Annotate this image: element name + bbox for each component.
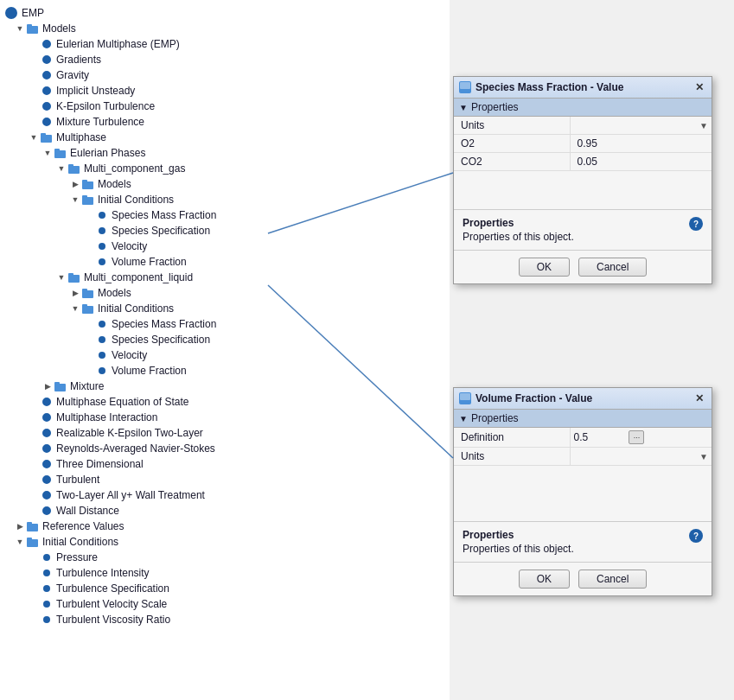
dialog2-help-icon[interactable]: ? xyxy=(689,529,703,543)
tree-item-multiphase[interactable]: ▼ Multiphase xyxy=(0,130,450,145)
dialog2-section-label: Properties xyxy=(471,412,519,424)
dialog2-row-definition: Definition 0.5 ··· xyxy=(454,428,712,448)
dialog1-label-co2: CO2 xyxy=(454,153,570,171)
tree-item-mixture[interactable]: ▶ Mixture xyxy=(0,379,450,394)
tree-item-eulerian-phases[interactable]: ▼ Eulerian Phases xyxy=(0,145,450,161)
tree-item-implicit-unsteady[interactable]: – Implicit Unsteady xyxy=(0,83,450,99)
dialog2-definition-value[interactable]: 0.5 xyxy=(574,431,629,443)
dropdown-arrow-units-2: ▼ xyxy=(699,452,708,461)
folder-icon-multi-comp-liquid xyxy=(67,270,81,284)
label-volume-frac-liquid: Volume Fraction xyxy=(112,365,187,377)
label-reference-values: Reference Values xyxy=(42,520,124,532)
expander-models[interactable]: ▼ xyxy=(14,22,26,35)
dialog1-value-units[interactable]: ▼ xyxy=(570,117,712,135)
tree-item-turbulence-velocity-scale[interactable]: – Turbulent Velocity Scale xyxy=(0,596,450,612)
tree-item-mixture-turbulence[interactable]: – Mixture Turbulence xyxy=(0,114,450,130)
collapse-icon-1[interactable]: ▼ xyxy=(459,103,468,112)
tree-item-gradients[interactable]: – Gradients xyxy=(0,52,450,67)
dialog-volume-fraction: Volume Fraction - Value ✕ ▼ Properties D… xyxy=(453,387,712,596)
dialog-species-mass-fraction: Species Mass Fraction - Value ✕ ▼ Proper… xyxy=(453,76,712,284)
folder-icon-initial-conditions xyxy=(26,535,40,549)
expander-initial-cond-gas[interactable]: ▼ xyxy=(69,194,81,206)
dialog2-ellipsis-button[interactable]: ··· xyxy=(629,430,644,444)
folder-icon-eulerian-phases xyxy=(54,146,67,160)
expander-multi-comp-liquid[interactable]: ▼ xyxy=(55,271,67,283)
expander-models-liquid[interactable]: ▶ xyxy=(69,287,81,299)
dot-icon-turbulence-velocity-scale xyxy=(40,597,54,611)
dialog2-title: Volume Fraction - Value xyxy=(476,392,693,404)
label-initial-cond-gas: Initial Conditions xyxy=(98,194,174,206)
tree-item-models-gas[interactable]: ▶ Models xyxy=(0,176,450,192)
tree-item-velocity-gas[interactable]: – Velocity xyxy=(0,239,450,254)
tree-item-species-mass-frac-gas[interactable]: – Species Mass Fraction xyxy=(0,207,450,223)
expander-multi-comp-gas[interactable]: ▼ xyxy=(55,162,67,175)
label-turbulence-velocity-scale: Turbulent Velocity Scale xyxy=(56,598,167,610)
label-turbulent: Turbulent xyxy=(56,474,99,486)
dialog2-cancel-button[interactable]: Cancel xyxy=(578,570,647,589)
dot-icon-turbulent-viscosity-ratio xyxy=(40,613,54,627)
expander-initial-conditions[interactable]: ▼ xyxy=(14,536,26,548)
svg-rect-11 xyxy=(82,195,87,199)
tree-item-initial-cond-liquid[interactable]: ▼ Initial Conditions xyxy=(0,301,450,316)
dialog1-close-button[interactable]: ✕ xyxy=(693,80,706,94)
dialog2-value-units[interactable]: ▼ xyxy=(570,448,712,466)
label-gradients: Gradients xyxy=(56,54,101,66)
tree-item-initial-cond-gas[interactable]: ▼ Initial Conditions xyxy=(0,192,450,207)
dialog2-close-button[interactable]: ✕ xyxy=(693,391,706,405)
tree-item-turbulence-intensity[interactable]: – Turbulence Intensity xyxy=(0,565,450,581)
dialog1-info-desc: Properties of this object. xyxy=(463,231,684,243)
tree-item-gravity[interactable]: – Gravity xyxy=(0,67,450,83)
tree-item-three-dim[interactable]: – Three Dimensional xyxy=(0,456,450,472)
expander-models-gas[interactable]: ▶ xyxy=(69,178,81,190)
dropdown-arrow-units-1: ▼ xyxy=(699,121,708,130)
tree-item-multi-comp-gas[interactable]: ▼ Multi_component_gas xyxy=(0,161,450,176)
tree-item-realizable[interactable]: – Realizable K-Epsilon Two-Layer xyxy=(0,425,450,441)
folder-icon-reference-values xyxy=(26,519,40,533)
dialog1-value-co2[interactable]: 0.05 xyxy=(570,153,712,171)
tree-item-species-spec-gas[interactable]: – Species Specification xyxy=(0,223,450,239)
expander-mixture[interactable]: ▶ xyxy=(41,380,54,392)
circle-icon-mixture-turb xyxy=(40,115,54,129)
dot-icon-velocity-gas xyxy=(95,239,109,253)
dialog1-info-title: Properties xyxy=(463,217,684,229)
tree-item-species-spec-liquid[interactable]: – Species Specification xyxy=(0,332,450,347)
tree-item-volume-frac-gas[interactable]: – Volume Fraction xyxy=(0,254,450,270)
tree-item-initial-conditions[interactable]: ▼ Initial Conditions xyxy=(0,534,450,550)
tree-item-two-layer[interactable]: – Two-Layer All y+ Wall Treatment xyxy=(0,487,450,503)
tree-item-pressure[interactable]: – Pressure xyxy=(0,550,450,565)
tree-item-models[interactable]: ▼ Models xyxy=(0,21,450,36)
svg-rect-5 xyxy=(54,149,60,152)
dialog1-ok-button[interactable]: OK xyxy=(519,258,570,277)
tree-item-reynolds[interactable]: – Reynolds-Averaged Navier-Stokes xyxy=(0,441,450,456)
svg-rect-23 xyxy=(27,538,32,541)
dialog2-titlebar: Volume Fraction - Value ✕ xyxy=(454,388,712,410)
tree-item-multi-comp-liquid[interactable]: ▼ Multi_component_liquid xyxy=(0,270,450,285)
expander-eulerian-phases[interactable]: ▼ xyxy=(41,147,54,159)
tree-item-turbulent-viscosity-ratio[interactable]: – Turbulent Viscosity Ratio xyxy=(0,612,450,627)
expander-reference-values[interactable]: ▶ xyxy=(14,520,26,532)
dialog1-cancel-button[interactable]: Cancel xyxy=(578,258,647,277)
tree-item-eulerian-multiphase[interactable]: – Eulerian Multiphase (EMP) xyxy=(0,36,450,52)
dialog1-help-icon[interactable]: ? xyxy=(689,217,703,231)
tree-item-wall-distance[interactable]: – Wall Distance xyxy=(0,503,450,519)
dialog1-info-text: Properties Properties of this object. xyxy=(463,217,684,243)
tree-item-multiphase-eos[interactable]: – Multiphase Equation of State xyxy=(0,394,450,410)
label-velocity-liquid: Velocity xyxy=(112,349,147,361)
tree-item-reference-values[interactable]: ▶ Reference Values xyxy=(0,519,450,534)
tree-item-multiphase-interaction[interactable]: – Multiphase Interaction xyxy=(0,410,450,425)
root-item[interactable]: EMP xyxy=(0,5,450,21)
tree-item-k-epsilon[interactable]: – K-Epsilon Turbulence xyxy=(0,99,450,114)
expander-multiphase[interactable]: ▼ xyxy=(28,131,40,143)
dialog2-ok-button[interactable]: OK xyxy=(519,570,570,589)
tree-item-turbulent[interactable]: – Turbulent xyxy=(0,472,450,487)
collapse-icon-2[interactable]: ▼ xyxy=(459,414,468,423)
label-turbulence-intensity: Turbulence Intensity xyxy=(56,567,150,579)
expander-initial-cond-liquid[interactable]: ▼ xyxy=(69,302,81,315)
tree-item-species-mass-frac-liquid[interactable]: – Species Mass Fraction xyxy=(0,316,450,332)
tree-item-volume-frac-liquid[interactable]: – Volume Fraction xyxy=(0,363,450,379)
tree-item-velocity-liquid[interactable]: – Velocity xyxy=(0,347,450,363)
circle-icon-two-layer xyxy=(40,488,54,502)
tree-item-turbulence-specification[interactable]: – Turbulence Specification xyxy=(0,581,450,596)
tree-item-models-liquid[interactable]: ▶ Models xyxy=(0,285,450,301)
dialog1-value-o2[interactable]: 0.95 xyxy=(570,135,712,153)
